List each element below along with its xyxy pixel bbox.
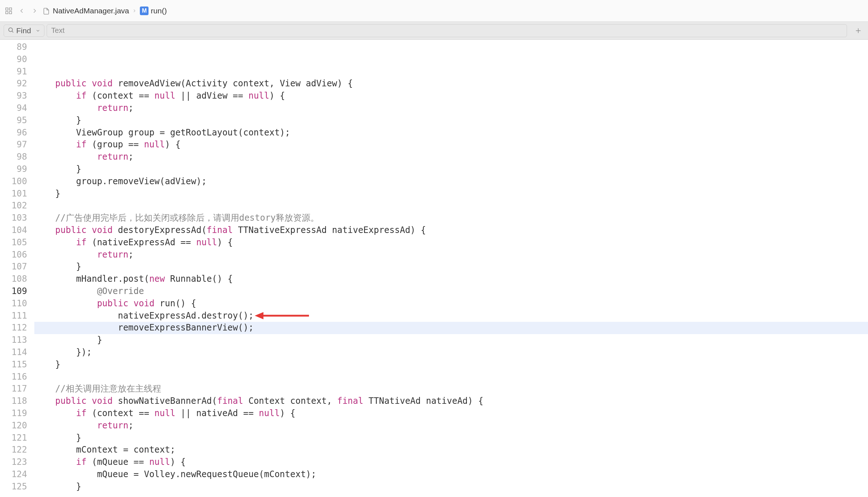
svg-rect-0 [6,8,8,10]
code-line[interactable]: } [34,114,868,127]
file-icon [43,7,51,15]
code-line[interactable] [34,200,868,212]
code-line[interactable]: } [34,481,868,493]
breadcrumb-file-label: NativeAdManager.java [53,7,129,15]
line-number: 123 [0,456,27,468]
svg-rect-3 [9,11,12,13]
line-number: 114 [0,346,27,359]
code-line[interactable]: if (mQueue == null) { [34,456,868,468]
find-mode-selector[interactable]: Find [4,25,44,37]
line-number: 109 [0,285,27,298]
code-line[interactable]: mQueue = Volley.newRequestQueue(mContext… [34,468,868,481]
line-number: 112 [0,322,27,334]
code-line[interactable]: }); [34,346,868,359]
code-line[interactable]: ViewGroup group = getRootLayout(context)… [34,127,868,139]
code-line[interactable]: } [34,359,868,371]
code-line[interactable]: public void destoryExpressAd(final TTNat… [34,224,868,237]
line-number: 101 [0,188,27,200]
code-line[interactable]: return; [34,102,868,114]
code-line[interactable]: } [34,163,868,176]
line-number: 104 [0,224,27,237]
line-number: 98 [0,151,27,163]
svg-rect-1 [9,8,12,10]
code-line[interactable]: nativeExpressAd.destroy(); [34,310,868,322]
line-number: 93 [0,90,27,102]
code-line[interactable]: } [34,188,868,200]
line-number: 105 [0,237,27,249]
breadcrumb-separator-icon [132,7,137,15]
code-line[interactable]: if (nativeExpressAd == null) { [34,237,868,249]
line-number: 103 [0,212,27,224]
find-input-placeholder: Text [51,26,65,35]
line-number: 90 [0,53,27,66]
nav-forward-button[interactable] [30,6,40,16]
line-number: 115 [0,359,27,371]
code-line[interactable]: } [34,432,868,444]
svg-point-4 [9,28,13,32]
line-number: 95 [0,114,27,127]
code-line[interactable]: public void run() { [34,298,868,310]
svg-rect-2 [6,11,8,13]
code-line[interactable]: mContext = context; [34,444,868,456]
code-area[interactable]: public void removeAdView(Activity contex… [34,40,868,497]
line-number: 106 [0,249,27,261]
line-number: 116 [0,371,27,383]
grid-icon[interactable] [4,6,14,16]
code-line[interactable]: if (context == null || adView == null) { [34,90,868,102]
nav-back-button[interactable] [17,6,27,16]
line-number: 94 [0,102,27,114]
breadcrumb-method-label: run() [151,7,167,15]
line-number: 89 [0,41,27,53]
code-line[interactable]: group.removeView(adView); [34,176,868,188]
line-number: 124 [0,468,27,481]
code-line[interactable]: @Override [34,285,868,298]
code-line[interactable]: } [34,261,868,273]
line-gutter: 8990919293949596979899100101102103104105… [0,40,34,497]
breadcrumb-bar: NativeAdManager.java M run() [0,0,868,22]
line-number: 121 [0,432,27,444]
code-line[interactable]: return; [34,151,868,163]
search-icon [8,26,14,35]
breadcrumb-file[interactable]: NativeAdManager.java [43,7,129,15]
line-number: 99 [0,163,27,176]
code-line[interactable]: //广告使用完毕后，比如关闭或移除后，请调用destory释放资源。 [34,212,868,224]
line-number: 110 [0,298,27,310]
chevron-down-icon [35,26,40,35]
method-badge-icon: M [140,7,149,15]
code-line[interactable] [34,371,868,383]
line-number: 117 [0,383,27,395]
breadcrumb-method[interactable]: M run() [140,7,167,15]
code-line[interactable]: if (context == null || nativeAd == null)… [34,407,868,420]
code-line[interactable]: removeExpressBannerView(); [34,322,868,334]
line-number: 120 [0,420,27,432]
line-number: 96 [0,127,27,139]
find-bar: Find Text [0,22,868,40]
code-line[interactable]: } [34,334,868,346]
code-line[interactable]: return; [34,420,868,432]
line-number: 107 [0,261,27,273]
code-line[interactable]: return; [34,249,868,261]
line-number: 125 [0,481,27,493]
line-number: 113 [0,334,27,346]
code-line[interactable]: mHandler.post(new Runnable() { [34,273,868,285]
code-line[interactable]: public void removeAdView(Activity contex… [34,78,868,90]
code-editor[interactable]: 8990919293949596979899100101102103104105… [0,40,868,497]
line-number: 108 [0,273,27,285]
line-number: 122 [0,444,27,456]
code-line[interactable]: //相关调用注意放在主线程 [34,383,868,395]
code-line[interactable]: public void showNativeBannerAd(final Con… [34,395,868,407]
add-search-button[interactable] [852,25,864,37]
svg-line-5 [12,31,13,32]
line-number: 119 [0,407,27,420]
line-number: 91 [0,66,27,78]
code-line[interactable] [34,493,868,497]
find-input[interactable]: Text [47,24,847,37]
find-label: Find [16,26,31,35]
line-number: 102 [0,200,27,212]
line-number: 100 [0,176,27,188]
code-line[interactable]: if (group == null) { [34,139,868,151]
line-number: 111 [0,310,27,322]
line-number: 92 [0,78,27,90]
line-number: 97 [0,139,27,151]
line-number: 118 [0,395,27,407]
